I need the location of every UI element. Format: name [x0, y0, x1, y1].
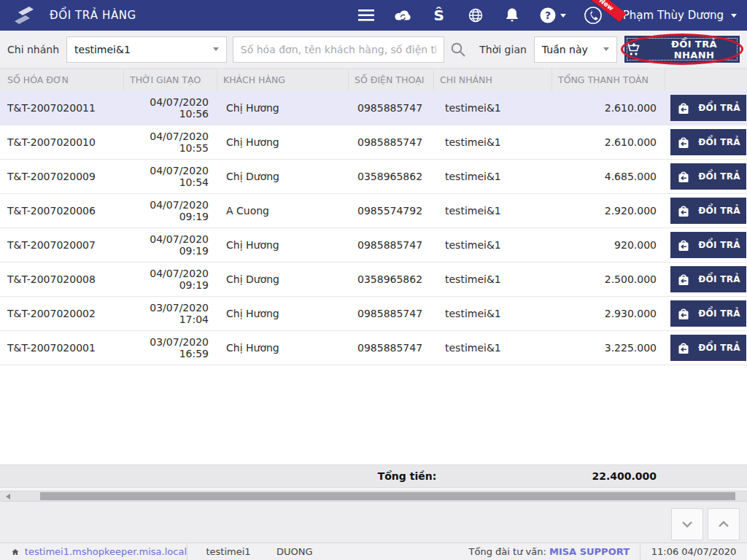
time-label: Thời gian [479, 44, 527, 55]
table-row[interactable]: T&T-2007020002 03/07/2020 17:04 Chị Hươn… [0, 297, 747, 331]
chevron-down-icon [603, 47, 609, 51]
cell-created: 04/07/2020 09:19 [124, 268, 217, 291]
cell-phone: 0358965862 [349, 171, 434, 182]
return-button[interactable]: ĐỔI TRẢ [670, 335, 746, 361]
cell-created: 03/07/2020 17:04 [124, 302, 217, 325]
cell-branch: testimei&1 [434, 239, 552, 251]
table-row[interactable]: T&T-2007020008 04/07/2020 09:19 Chị Dươn… [0, 262, 747, 297]
col-header-invoice[interactable]: SỐ HÓA ĐƠN [0, 69, 124, 91]
scrollbar-thumb[interactable] [40, 492, 735, 500]
return-button[interactable]: ĐỔI TRẢ [670, 300, 746, 327]
cashier-name: DUONG [276, 546, 313, 557]
return-button[interactable]: ĐỔI TRẢ [670, 266, 746, 292]
topbar: ĐỔI TRẢ HÀNG Ŝ [0, 0, 747, 31]
total-label: Tổng tiền: [349, 470, 465, 482]
cell-total: 2.610.000 [552, 102, 665, 114]
chevron-down-icon [213, 47, 219, 51]
time-select-value: Tuần này [542, 44, 588, 55]
support-link[interactable]: MISA SUPPORT [549, 546, 630, 557]
scroll-up-button[interactable] [708, 508, 740, 540]
cell-phone: 0985885747 [349, 308, 434, 319]
cell-invoice: T&T-2007020002 [0, 308, 124, 319]
table-row[interactable]: T&T-2007020009 04/07/2020 10:54 Chị Dươn… [0, 160, 747, 194]
cell-phone: 0985885747 [349, 342, 434, 354]
cell-customer: Chị Dương [217, 171, 349, 182]
cell-created: 04/07/2020 10:56 [124, 96, 217, 120]
bottom-area [0, 502, 747, 542]
return-button-label: ĐỔI TRẢ [698, 206, 740, 216]
return-button[interactable]: ĐỔI TRẢ [670, 198, 746, 224]
cell-created: 04/07/2020 09:19 [124, 199, 217, 222]
home-icon [12, 547, 19, 557]
col-header-total[interactable]: TỔNG THANH TOÁN [552, 69, 665, 91]
return-bag-icon [676, 307, 691, 321]
cell-invoice: T&T-2007020009 [0, 171, 124, 182]
cart-plus-icon [625, 42, 640, 56]
return-button[interactable]: ĐỔI TRẢ [670, 163, 746, 190]
globe-icon[interactable] [466, 6, 485, 25]
return-button[interactable]: ĐỔI TRẢ [670, 95, 746, 121]
return-bag-icon [676, 238, 691, 252]
site-url-link[interactable]: testimei1.mshopkeeper.misa.local [25, 546, 187, 557]
cell-invoice: T&T-2007020006 [0, 205, 124, 217]
hamburger-icon[interactable] [357, 6, 376, 25]
table-row[interactable]: T&T-2007020011 04/07/2020 10:56 Chị Hươn… [0, 91, 747, 125]
support-phone-icon[interactable]: New [584, 6, 603, 25]
cell-phone: 0985885747 [349, 136, 434, 148]
quick-return-button[interactable]: ĐỔI TRẢ NHANH [624, 36, 740, 63]
cell-customer: Chị Hương [217, 239, 349, 251]
app-window: ĐỔI TRẢ HÀNG Ŝ [0, 0, 747, 560]
cell-customer: Chị Hương [217, 308, 349, 319]
return-button-label: ĐỔI TRẢ [698, 240, 740, 250]
return-bag-icon [676, 204, 691, 218]
table-row[interactable]: T&T-2007020010 04/07/2020 10:55 Chị Hươn… [0, 125, 747, 160]
horizontal-scrollbar[interactable] [0, 491, 747, 502]
time-select[interactable]: Tuần này [534, 36, 617, 63]
user-name: Phạm Thùy Dương [623, 9, 724, 22]
table-row[interactable]: T&T-2007020006 04/07/2020 09:19 A Cuong … [0, 194, 747, 228]
scroll-down-button[interactable] [671, 508, 703, 540]
scroll-left-arrow-icon[interactable] [6, 494, 10, 499]
cell-action: ĐỔI TRẢ [665, 266, 747, 292]
help-menu[interactable]: ? [539, 7, 566, 24]
filter-bar: Chi nhánh testimei&1 Thời gian Tuần này … [0, 31, 747, 69]
return-button-label: ĐỔI TRẢ [698, 274, 740, 284]
topbar-icons: Ŝ ? New [357, 6, 737, 25]
status-datetime: 11:06 04/07/2020 [640, 546, 747, 557]
branch-select-value: testimei&1 [74, 44, 131, 55]
cell-created: 04/07/2020 09:19 [124, 233, 217, 257]
return-button[interactable]: ĐỔI TRẢ [670, 129, 746, 155]
cell-invoice: T&T-2007020010 [0, 136, 124, 148]
search-input[interactable] [233, 37, 444, 62]
status-bar: testimei1.mshopkeeper.misa.local testime… [0, 542, 747, 560]
mshopkeeper-icon[interactable]: Ŝ [430, 6, 449, 25]
search-box [233, 36, 444, 63]
cell-total: 920.000 [552, 239, 665, 251]
chevron-up-icon [715, 516, 732, 533]
table-body: T&T-2007020011 04/07/2020 10:56 Chị Hươn… [0, 91, 747, 365]
cell-created: 04/07/2020 10:54 [124, 165, 217, 188]
col-header-action [665, 69, 747, 91]
cloud-sync-icon[interactable] [393, 6, 412, 25]
cell-branch: testimei&1 [434, 273, 552, 285]
user-menu[interactable]: Phạm Thùy Dương [623, 9, 737, 22]
table-header: SỐ HÓA ĐƠN THỜI GIAN TẠO KHÁCH HÀNG SỐ Đ… [0, 69, 747, 91]
return-button-label: ĐỔI TRẢ [698, 343, 740, 353]
col-header-created[interactable]: THỜI GIAN TẠO [124, 69, 217, 91]
app-logo-icon[interactable] [13, 5, 35, 26]
branch-select[interactable]: testimei&1 [66, 36, 227, 63]
branch-label: Chi nhánh [7, 44, 59, 55]
cell-customer: A Cuong [217, 205, 349, 217]
col-header-branch[interactable]: CHI NHÁNH [434, 69, 552, 91]
store-name: testimei1 [198, 546, 259, 557]
table-row[interactable]: T&T-2007020007 04/07/2020 09:19 Chị Hươn… [0, 228, 747, 262]
bell-icon[interactable] [503, 6, 522, 25]
return-button-label: ĐỔI TRẢ [698, 137, 740, 147]
svg-text:?: ? [545, 9, 551, 21]
search-button[interactable] [444, 36, 472, 63]
return-button[interactable]: ĐỔI TRẢ [670, 232, 746, 258]
cell-phone: 0985885747 [349, 102, 434, 114]
col-header-customer[interactable]: KHÁCH HÀNG [217, 69, 349, 91]
table-row[interactable]: T&T-2007020001 03/07/2020 16:59 Chị Hươn… [0, 331, 747, 365]
col-header-phone[interactable]: SỐ ĐIỆN THOẠI [349, 69, 434, 91]
